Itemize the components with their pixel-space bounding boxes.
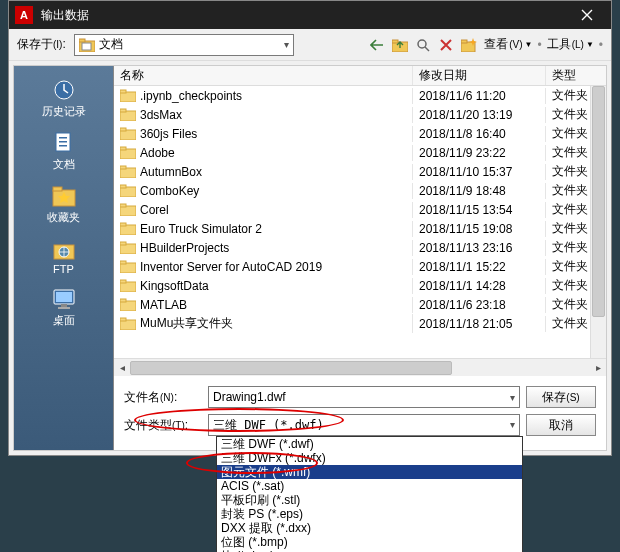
folder-icon <box>120 184 136 197</box>
view-menu-button[interactable]: 查看(V)▼ <box>482 36 534 53</box>
file-row[interactable]: HBuilderProjects 2018/11/13 23:16 文件夹 <box>114 238 606 257</box>
sidebar-item-history[interactable]: 历史记录 <box>24 74 104 123</box>
svg-rect-36 <box>120 223 126 226</box>
sidebar-item-ftp[interactable]: FTP <box>24 233 104 279</box>
close-button[interactable] <box>569 1 605 29</box>
chevron-down-icon: ▼ <box>586 40 594 49</box>
sidebar-item-documents[interactable]: 文档 <box>24 127 104 176</box>
svg-rect-12 <box>59 145 67 147</box>
file-row[interactable]: ComboKey 2018/11/9 18:48 文件夹 <box>114 181 606 200</box>
back-button[interactable] <box>367 35 387 55</box>
folder-icon <box>120 222 136 235</box>
scroll-right-arrow[interactable]: ▸ <box>590 362 606 373</box>
up-button[interactable] <box>390 35 410 55</box>
filetype-dropdown[interactable]: 三维 DWF (*.dwf)三维 DWFx (*.dwfx)图元文件 (*.wm… <box>216 436 523 552</box>
svg-rect-7 <box>461 40 467 43</box>
filetype-option[interactable]: 三维 DWFx (*.dwfx) <box>217 451 522 465</box>
filename-cell: .ipynb_checkpoints <box>140 89 242 103</box>
filename-input[interactable]: Drawing1.dwf ▾ <box>208 386 520 408</box>
vertical-scrollbar[interactable] <box>590 86 606 358</box>
filetype-select[interactable]: 三维 DWF (*.dwf) ▾ <box>208 414 520 436</box>
chevron-down-icon: ▼ <box>525 40 533 49</box>
toolbar: 保存于(I): 文档 ▾ 查看(V)▼ • 工具(L)▼ • <box>9 29 611 61</box>
folder-icon <box>120 241 136 254</box>
svg-rect-28 <box>120 147 126 150</box>
save-in-label: 保存于(I): <box>17 36 66 53</box>
separator: • <box>599 38 603 52</box>
svg-rect-26 <box>120 128 126 131</box>
chevron-down-icon: ▾ <box>510 419 515 430</box>
date-cell: 2018/11/18 21:05 <box>413 316 546 332</box>
filename-cell: HBuilderProjects <box>140 241 229 255</box>
delete-button[interactable] <box>436 35 456 55</box>
cancel-button[interactable]: 取消 <box>526 414 596 436</box>
documents-folder-icon <box>79 38 95 52</box>
svg-rect-32 <box>120 185 126 188</box>
file-list[interactable]: .ipynb_checkpoints 2018/11/6 11:20 文件夹 3… <box>114 86 606 358</box>
filename-label: 文件名(N): <box>124 389 202 406</box>
file-row[interactable]: MuMu共享文件夹 2018/11/18 21:05 文件夹 <box>114 314 606 333</box>
filetype-option[interactable]: 平板印刷 (*.stl) <box>217 493 522 507</box>
filename-value: Drawing1.dwf <box>213 390 286 404</box>
file-row[interactable]: Corel 2018/11/15 13:54 文件夹 <box>114 200 606 219</box>
svg-rect-34 <box>120 204 126 207</box>
filetype-option[interactable]: 三维 DWF (*.dwf) <box>217 437 522 451</box>
folder-icon <box>120 146 136 159</box>
save-button[interactable]: 保存(S) <box>526 386 596 408</box>
date-cell: 2018/11/9 18:48 <box>413 183 546 199</box>
tools-menu-button[interactable]: 工具(L)▼ <box>545 36 596 53</box>
file-row[interactable]: Euro Truck Simulator 2 2018/11/15 19:08 … <box>114 219 606 238</box>
date-cell: 2018/11/1 15:22 <box>413 259 546 275</box>
sparkle-folder-icon <box>461 38 477 52</box>
chevron-down-icon: ▾ <box>284 39 289 50</box>
svg-rect-19 <box>61 304 67 307</box>
scroll-left-arrow[interactable]: ◂ <box>114 362 130 373</box>
folder-icon <box>120 203 136 216</box>
filename-cell: 3dsMax <box>140 108 182 122</box>
filename-cell: Euro Truck Simulator 2 <box>140 222 262 236</box>
sidebar-item-favorites[interactable]: 收藏夹 <box>24 180 104 229</box>
file-row[interactable]: 3dsMax 2018/11/20 13:19 文件夹 <box>114 105 606 124</box>
svg-rect-10 <box>59 137 67 139</box>
search-icon <box>416 38 430 52</box>
scroll-thumb[interactable] <box>592 86 605 317</box>
location-combo[interactable]: 文档 ▾ <box>74 34 294 56</box>
col-header-date[interactable]: 修改日期 <box>413 66 546 85</box>
svg-rect-1 <box>79 39 85 42</box>
file-row[interactable]: .ipynb_checkpoints 2018/11/6 11:20 文件夹 <box>114 86 606 105</box>
filetype-option[interactable]: DXX 提取 (*.dxx) <box>217 521 522 535</box>
filetype-label: 文件类型(T): <box>124 417 202 434</box>
svg-rect-30 <box>120 166 126 169</box>
desktop-icon <box>50 287 78 311</box>
filetype-selected-text: 三维 DWF (*.dwf) <box>209 415 519 436</box>
date-cell: 2018/11/15 13:54 <box>413 202 546 218</box>
file-row[interactable]: KingsoftData 2018/11/1 14:28 文件夹 <box>114 276 606 295</box>
sidebar-item-desktop[interactable]: 桌面 <box>24 283 104 332</box>
col-header-name[interactable]: 名称 <box>114 66 413 85</box>
date-cell: 2018/11/8 16:40 <box>413 126 546 142</box>
delete-x-icon <box>440 39 452 51</box>
file-row[interactable]: Inventor Server for AutoCAD 2019 2018/11… <box>114 257 606 276</box>
horizontal-scrollbar[interactable]: ◂ ▸ <box>114 358 606 376</box>
chevron-down-icon: ▾ <box>510 392 515 403</box>
new-folder-button[interactable] <box>459 35 479 55</box>
scroll-thumb[interactable] <box>130 361 452 375</box>
filename-cell: AutumnBox <box>140 165 202 179</box>
file-row[interactable]: Adobe 2018/11/9 23:22 文件夹 <box>114 143 606 162</box>
col-header-type[interactable]: 类型 <box>546 66 606 85</box>
filetype-option[interactable]: 图元文件 (*.wmf) <box>217 465 522 479</box>
file-row[interactable]: 360js Files 2018/11/8 16:40 文件夹 <box>114 124 606 143</box>
filetype-option[interactable]: 位图 (*.bmp) <box>217 535 522 549</box>
search-button[interactable] <box>413 35 433 55</box>
folder-icon <box>120 298 136 311</box>
file-row[interactable]: MATLAB 2018/11/6 23:18 文件夹 <box>114 295 606 314</box>
svg-rect-24 <box>120 109 126 112</box>
filetype-option[interactable]: ACIS (*.sat) <box>217 479 522 493</box>
location-text: 文档 <box>99 36 123 53</box>
file-row[interactable]: AutumnBox 2018/11/10 15:37 文件夹 <box>114 162 606 181</box>
filetype-option[interactable]: 封装 PS (*.eps) <box>217 507 522 521</box>
titlebar: A 输出数据 <box>9 1 611 29</box>
filename-cell: KingsoftData <box>140 279 209 293</box>
svg-rect-44 <box>120 299 126 302</box>
svg-point-5 <box>418 40 426 48</box>
